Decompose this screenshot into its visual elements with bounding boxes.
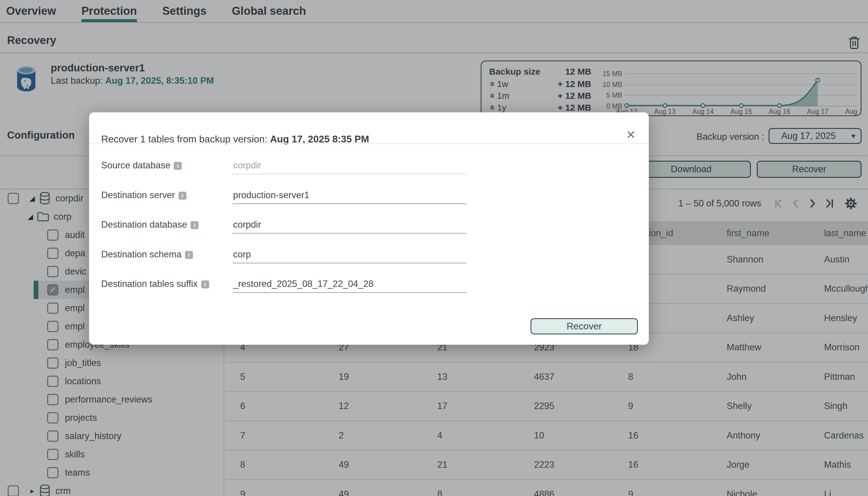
- modal-title-version: Aug 17, 2025 8:35 PM: [270, 134, 369, 144]
- field-label-text: Destination server: [101, 190, 175, 200]
- destination-server-input[interactable]: production-server1: [232, 190, 467, 204]
- field-label: Destination tables suffixi: [101, 279, 209, 289]
- modal-recover-button[interactable]: Recover: [531, 318, 638, 335]
- modal-field-row: Destination tables suffixi_restored_2025…: [101, 273, 485, 293]
- field-label-text: Destination schema: [101, 249, 181, 260]
- modal-field-row: Destination serveriproduction-server1: [101, 185, 485, 204]
- modal-field-row: Destination schemaicorp: [101, 244, 485, 263]
- field-label: Destination serveri: [101, 190, 186, 201]
- info-icon[interactable]: i: [185, 251, 193, 259]
- modal-title-prefix: Recover 1 tables from backup version:: [101, 134, 270, 144]
- modal-field-row: Source databaseicorpdir: [101, 155, 485, 174]
- info-icon[interactable]: i: [179, 192, 186, 200]
- destination-tables-suffix-input[interactable]: _restored_2025_08_17_22_04_28: [232, 279, 467, 293]
- field-label-text: Destination database: [101, 219, 187, 230]
- recover-modal: Recover 1 tables from backup version: Au…: [89, 112, 649, 345]
- field-label: Destination schemai: [101, 249, 193, 260]
- modal-title-divider: [89, 143, 649, 144]
- info-icon[interactable]: i: [191, 221, 199, 229]
- destination-database-input[interactable]: corpdir: [232, 219, 467, 234]
- field-label-text: Destination tables suffix: [101, 279, 198, 289]
- info-icon[interactable]: i: [201, 280, 209, 289]
- info-icon[interactable]: i: [174, 162, 182, 170]
- close-icon[interactable]: ✕: [626, 129, 636, 141]
- destination-schema-input[interactable]: corp: [232, 249, 467, 263]
- field-label: Destination databasei: [101, 219, 199, 230]
- field-label: Source databasei: [101, 160, 182, 171]
- app-root: OverviewProtectionSettingsGlobal search …: [0, 0, 868, 496]
- field-label-text: Source database: [101, 160, 170, 170]
- source-database-input: corpdir: [232, 160, 467, 174]
- modal-field-row: Destination databaseicorpdir: [101, 214, 485, 234]
